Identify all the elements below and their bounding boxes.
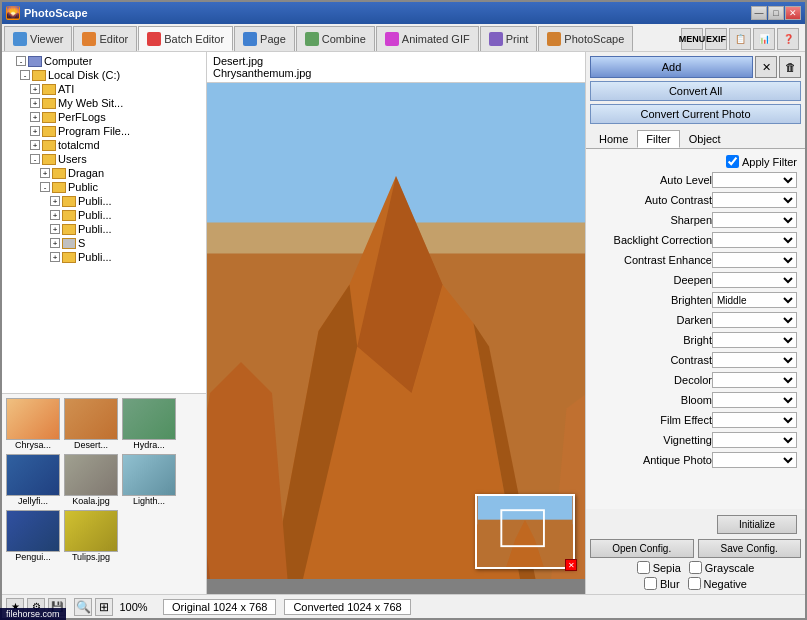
negative-label[interactable]: Negative — [688, 577, 747, 590]
filter-select-decolor[interactable] — [712, 372, 797, 388]
open-config-button[interactable]: Open Config. — [590, 539, 694, 558]
tree-toggle-programfiles[interactable]: + — [30, 126, 40, 136]
filter-select-vignetting[interactable] — [712, 432, 797, 448]
tab-batch-editor[interactable]: Batch Editor — [138, 26, 233, 51]
clear-icon-button[interactable]: 🗑 — [779, 56, 801, 78]
tree-item-totalcmd[interactable]: + totalcmd — [4, 138, 204, 152]
tab-home[interactable]: Home — [590, 130, 637, 148]
tree-item-publi3[interactable]: + Publi... — [4, 222, 204, 236]
convert-current-button[interactable]: Convert Current Photo — [590, 104, 801, 124]
tree-item-ati[interactable]: + ATI — [4, 82, 204, 96]
tree-toggle-publi3[interactable]: + — [50, 224, 60, 234]
filter-select-filmeffect[interactable] — [712, 412, 797, 428]
thumb-pengu[interactable]: Pengui... — [6, 510, 60, 562]
chart-button[interactable]: 📊 — [753, 28, 775, 50]
add-button[interactable]: Add — [590, 56, 753, 78]
tree-item-publi4[interactable]: + Publi... — [4, 250, 204, 264]
thumb-desert[interactable]: Desert... — [64, 398, 118, 450]
tree-toggle-publi1[interactable]: + — [50, 196, 60, 206]
apply-filter-checkbox[interactable] — [726, 155, 739, 168]
tree-toggle-computer[interactable]: - — [16, 56, 26, 66]
initialize-button[interactable]: Initialize — [717, 515, 797, 534]
zoom-out-button[interactable]: 🔍 — [74, 598, 92, 616]
zoom-fit-button[interactable]: ⊞ — [95, 598, 113, 616]
tree-root-computer[interactable]: - Computer — [4, 54, 204, 68]
close-preview-button[interactable]: ✕ — [565, 559, 577, 571]
blur-label[interactable]: Blur — [644, 577, 680, 590]
thumb-jelly[interactable]: Jellyfi... — [6, 454, 60, 506]
save-config-button[interactable]: Save Config. — [698, 539, 802, 558]
help-button[interactable]: ❓ — [777, 28, 799, 50]
filter-select-contrast[interactable] — [712, 352, 797, 368]
tab-object[interactable]: Object — [680, 130, 730, 148]
tree-item-dragan[interactable]: + Dragan — [4, 166, 204, 180]
sepia-label[interactable]: Sepia — [637, 561, 681, 574]
tree-toggle-users[interactable]: - — [30, 154, 40, 164]
tab-photoscape[interactable]: PhotoScape — [538, 26, 633, 51]
tree-toggle-localdisk[interactable]: - — [20, 70, 30, 80]
tree-item-s[interactable]: + S — [4, 236, 204, 250]
clipboard-button[interactable]: 📋 — [729, 28, 751, 50]
tree-toggle-totalcmd[interactable]: + — [30, 140, 40, 150]
tree-item-localdisk[interactable]: - Local Disk (C:) — [4, 68, 204, 82]
tab-page[interactable]: Page — [234, 26, 295, 51]
tree-toggle-public[interactable]: - — [40, 182, 50, 192]
tree-item-programfiles[interactable]: + Program File... — [4, 124, 204, 138]
filter-select-bloom[interactable] — [712, 392, 797, 408]
thumb-koala-img — [64, 454, 118, 496]
filter-select-darken[interactable] — [712, 312, 797, 328]
convert-all-button[interactable]: Convert All — [590, 81, 801, 101]
tree-toggle-s[interactable]: + — [50, 238, 60, 248]
tree-item-publi1[interactable]: + Publi... — [4, 194, 204, 208]
filter-select-deepen[interactable] — [712, 272, 797, 288]
thumb-tulips-img — [64, 510, 118, 552]
filter-select-autolevel[interactable] — [712, 172, 797, 188]
tab-filter[interactable]: Filter — [637, 130, 679, 148]
thumb-tulips[interactable]: Tulips.jpg — [64, 510, 118, 562]
tree-item-mywebsite[interactable]: + My Web Sit... — [4, 96, 204, 110]
apply-filter-label[interactable]: Apply Filter — [726, 155, 797, 168]
blur-checkbox[interactable] — [644, 577, 657, 590]
tab-combine[interactable]: Combine — [296, 26, 375, 51]
tree-item-users[interactable]: - Users — [4, 152, 204, 166]
close-button[interactable]: ✕ — [785, 6, 801, 20]
thumb-light[interactable]: Lighth... — [122, 454, 176, 506]
tree-toggle-mywebsite[interactable]: + — [30, 98, 40, 108]
thumb-chrysa[interactable]: Chrysa... — [6, 398, 60, 450]
menu-button[interactable]: MENU — [681, 28, 703, 50]
tree-item-public[interactable]: - Public — [4, 180, 204, 194]
filter-select-autocontrast[interactable] — [712, 192, 797, 208]
tree-toggle-publi2[interactable]: + — [50, 210, 60, 220]
sepia-checkbox[interactable] — [637, 561, 650, 574]
tab-editor[interactable]: Editor — [73, 26, 137, 51]
filter-select-antiquephoto[interactable] — [712, 452, 797, 468]
tab-gif[interactable]: Animated GIF — [376, 26, 479, 51]
tree-toggle-dragan[interactable]: + — [40, 168, 50, 178]
tab-viewer[interactable]: Viewer — [4, 26, 72, 51]
grayscale-label[interactable]: Grayscale — [689, 561, 755, 574]
filter-label-deepen: Deepen — [594, 274, 712, 286]
delete-icon-button[interactable]: ✕ — [755, 56, 777, 78]
tab-print[interactable]: Print — [480, 26, 538, 51]
tree-toggle-perflogs[interactable]: + — [30, 112, 40, 122]
tree-item-publi2[interactable]: + Publi... — [4, 208, 204, 222]
thumb-hydra[interactable]: Hydra... — [122, 398, 176, 450]
filter-select-backlight[interactable] — [712, 232, 797, 248]
exif-button[interactable]: EXIF — [705, 28, 727, 50]
file-tree[interactable]: - Computer - Local Disk (C:) + ATI — [2, 52, 206, 394]
negative-checkbox[interactable] — [688, 577, 701, 590]
filter-select-sharpen[interactable] — [712, 212, 797, 228]
filter-row-autocontrast: Auto Contrast — [590, 190, 801, 210]
thumb-koala[interactable]: Koala.jpg — [64, 454, 118, 506]
filter-select-brighten[interactable]: Middle Low High — [712, 292, 797, 308]
maximize-button[interactable]: □ — [768, 6, 784, 20]
grayscale-checkbox[interactable] — [689, 561, 702, 574]
tree-toggle-publi4[interactable]: + — [50, 252, 60, 262]
tree-toggle-ati[interactable]: + — [30, 84, 40, 94]
filter-select-bright[interactable] — [712, 332, 797, 348]
filter-checkbox-row: Sepia Grayscale — [590, 561, 801, 574]
filter-select-contrastenhance[interactable] — [712, 252, 797, 268]
minimize-button[interactable]: — — [751, 6, 767, 20]
tree-item-perflogs[interactable]: + PerFLogs — [4, 110, 204, 124]
thumb-pengu-img — [6, 510, 60, 552]
